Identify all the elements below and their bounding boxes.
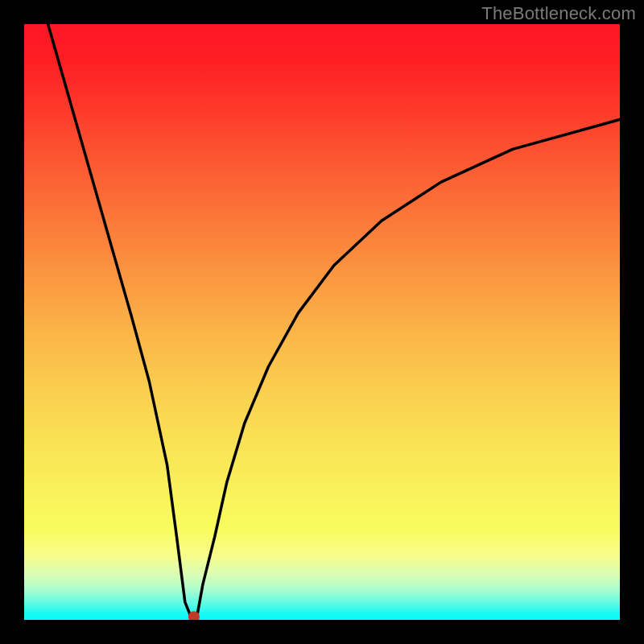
- curve-layer: [24, 24, 620, 620]
- bottleneck-curve: [48, 24, 620, 617]
- watermark-text: TheBottleneck.com: [481, 3, 636, 24]
- plot-area: [24, 24, 620, 620]
- chart-frame: TheBottleneck.com: [0, 0, 644, 644]
